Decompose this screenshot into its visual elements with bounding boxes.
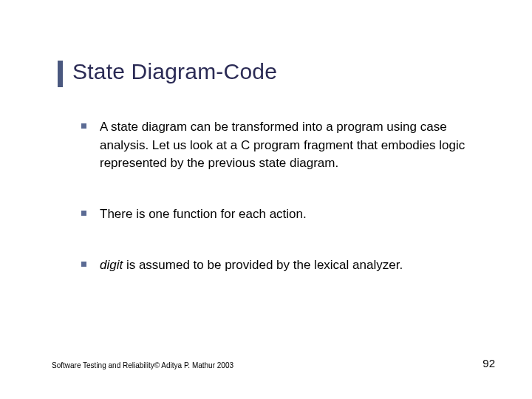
bullet-square-icon	[81, 123, 86, 129]
bullet-text: digit is assumed to be provided by the l…	[100, 256, 403, 275]
footer-credit: Software Testing and Reliability© Aditya…	[52, 361, 233, 369]
bullet-text: A state diagram can be transformed into …	[100, 118, 488, 173]
page-number: 92	[482, 357, 495, 369]
title-block: State Diagram-Code	[58, 59, 277, 84]
list-item: A state diagram can be transformed into …	[81, 118, 488, 173]
list-item: There is one function for each action.	[81, 205, 488, 224]
bullet-square-icon	[81, 262, 86, 267]
list-item: digit is assumed to be provided by the l…	[81, 256, 488, 275]
title-accent-bar	[58, 61, 63, 87]
slide: State Diagram-Code A state diagram can b…	[0, 0, 532, 399]
content-area: A state diagram can be transformed into …	[81, 118, 488, 307]
bullet-text: There is one function for each action.	[100, 205, 307, 224]
bullet-square-icon	[81, 211, 86, 216]
slide-title: State Diagram-Code	[72, 59, 277, 84]
bullet-text-rest: is assumed to be provided by the lexical…	[123, 258, 403, 272]
italic-term: digit	[100, 258, 123, 272]
